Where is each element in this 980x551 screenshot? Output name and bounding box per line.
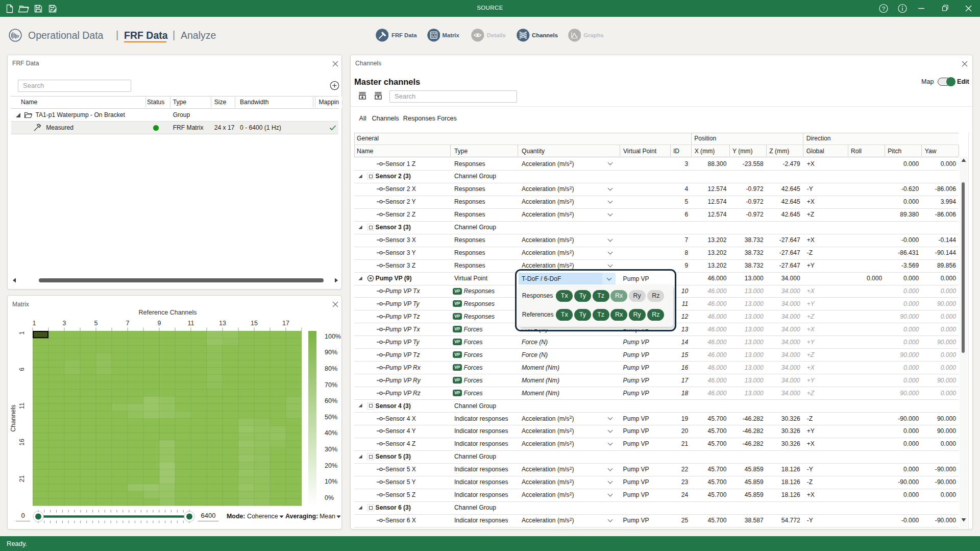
svg-text:1: 1 xyxy=(18,331,26,334)
svg-text:17: 17 xyxy=(282,320,289,327)
svg-text:11: 11 xyxy=(188,320,194,327)
svg-text:13: 13 xyxy=(219,320,226,327)
svg-text:Reference Channels: Reference Channels xyxy=(139,309,197,316)
svg-text:Channels: Channels xyxy=(10,405,17,432)
svg-text:5: 5 xyxy=(94,320,98,327)
svg-text:11: 11 xyxy=(18,402,26,409)
svg-text:16: 16 xyxy=(18,439,26,446)
svg-text:6: 6 xyxy=(18,368,26,371)
svg-text:?: ? xyxy=(882,6,885,12)
svg-text:9: 9 xyxy=(158,320,161,327)
svg-text:7: 7 xyxy=(126,320,130,327)
svg-text:3: 3 xyxy=(63,320,66,327)
svg-text:21: 21 xyxy=(18,475,26,482)
svg-text:15: 15 xyxy=(251,320,258,327)
svg-text:1: 1 xyxy=(33,320,36,327)
